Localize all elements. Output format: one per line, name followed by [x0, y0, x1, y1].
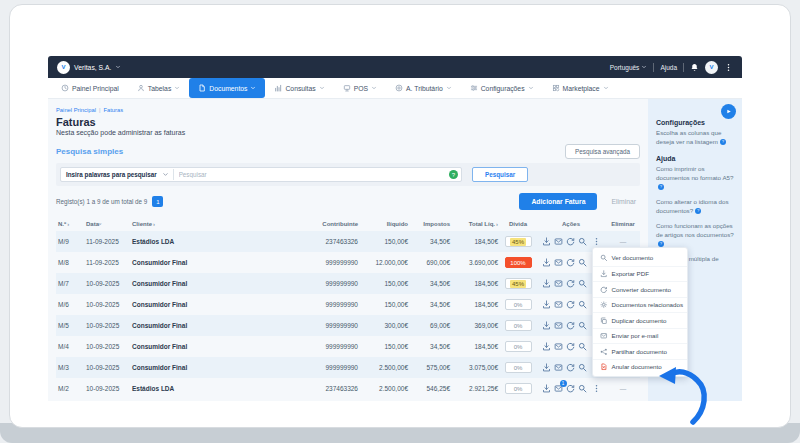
export-pdf-icon[interactable] — [542, 363, 551, 372]
delete-selected-button[interactable]: Eliminar — [611, 198, 636, 205]
convert-document-icon[interactable] — [566, 258, 575, 267]
pagination-page-1[interactable]: 1 — [152, 196, 163, 207]
header-num[interactable]: N.º› — [56, 221, 84, 227]
nav-item-pos[interactable]: POS — [334, 78, 386, 98]
nav-label: Configurações — [481, 85, 525, 92]
view-document-icon[interactable] — [578, 321, 587, 330]
view-document-icon[interactable] — [578, 237, 587, 246]
header-cliente[interactable]: Cliente› — [130, 221, 296, 227]
nav-item-a-tributario[interactable]: A. Tributário — [386, 78, 461, 98]
view-document-icon[interactable] — [578, 258, 587, 267]
view-document-icon[interactable] — [578, 279, 587, 288]
export-pdf-icon[interactable] — [542, 342, 551, 351]
convert-document-icon[interactable] — [566, 321, 575, 330]
menu-item-enviar-por-email[interactable]: Enviar por e-mail — [593, 328, 687, 344]
breadcrumb-painel-principal[interactable]: Painel Principal — [56, 107, 96, 113]
cell-number: M/8 — [56, 259, 84, 266]
info-icon[interactable]: ? — [658, 184, 664, 190]
menu-item-ver-documento[interactable]: Ver documento — [593, 250, 687, 266]
send-email-icon[interactable] — [554, 363, 563, 372]
row-kebab-menu-icon[interactable] — [592, 237, 601, 246]
info-icon[interactable]: ? — [695, 208, 701, 214]
search-input[interactable] — [174, 171, 449, 178]
header-total-liq[interactable]: Total Líq.› — [452, 221, 500, 227]
bell-icon[interactable] — [690, 63, 699, 72]
menu-item-documentos-relacionados[interactable]: Documentos relacionados — [593, 297, 687, 313]
export-pdf-icon[interactable] — [542, 300, 551, 309]
export-pdf-icon[interactable] — [542, 384, 551, 393]
convert-document-icon[interactable] — [566, 342, 575, 351]
send-email-icon[interactable] — [554, 279, 563, 288]
send-email-icon[interactable] — [554, 300, 563, 309]
convert-document-icon[interactable] — [566, 237, 575, 246]
chevron-down-icon — [446, 85, 452, 91]
sidebar-help-item-article-options[interactable]: Como funcionam as opções de artigos nos … — [656, 222, 734, 249]
invoice-row[interactable]: M/4 10-09-2025 Consumidor Final 99999999… — [56, 336, 640, 357]
cell-debt: 0% — [500, 362, 536, 373]
header-data[interactable]: Data› — [84, 221, 130, 227]
invoice-row[interactable]: M/3 10-09-2025 Consumidor Final 99999999… — [56, 357, 640, 378]
invoice-row[interactable]: M/5 10-09-2025 Consumidor Final 99999999… — [56, 315, 640, 336]
invoice-row[interactable]: M/2 10-09-2025 Estádios LDA 237463326 2.… — [56, 378, 640, 399]
search-help-icon[interactable]: ? — [449, 170, 458, 179]
company-switcher[interactable]: V Veritas, S.A. — [57, 61, 121, 74]
menu-item-partilhar-documento[interactable]: Partilhar documento — [593, 343, 687, 359]
view-document-icon[interactable] — [578, 363, 587, 372]
send-email-icon[interactable]: 1 — [554, 384, 563, 393]
convert-document-icon[interactable] — [566, 300, 575, 309]
sidebar-help-item-print-a5[interactable]: Como imprimir os documentos no formato A… — [656, 165, 734, 192]
export-pdf-icon[interactable] — [542, 279, 551, 288]
cell-vat-number: 999999990 — [296, 343, 360, 350]
invoice-row[interactable]: M/6 10-09-2025 Consumidor Final 99999999… — [56, 294, 640, 315]
info-icon[interactable]: ? — [720, 139, 726, 145]
sidebar-settings-item[interactable]: Escolha as colunas que deseja ver na lis… — [656, 129, 734, 147]
cell-date: 10-09-2025 — [84, 301, 130, 308]
convert-document-icon[interactable] — [566, 279, 575, 288]
view-document-icon[interactable] — [578, 384, 587, 393]
cell-client: Estádios LDA — [130, 385, 296, 392]
play-video-button[interactable] — [721, 104, 736, 119]
invoice-row[interactable]: M/9 11-09-2025 Estádios LDA 237463326 15… — [56, 231, 640, 252]
user-avatar[interactable]: V — [705, 61, 718, 74]
cell-debt: 0% — [500, 299, 536, 310]
company-name: Veritas, S.A. — [74, 64, 111, 71]
menu-item-converter-documento[interactable]: Converter documento — [593, 281, 687, 297]
nav-item-painel-principal[interactable]: Painel Principal — [52, 78, 128, 98]
menu-item-duplicar-documento[interactable]: Duplicar documento — [593, 312, 687, 328]
export-pdf-icon[interactable] — [542, 321, 551, 330]
send-email-icon[interactable] — [554, 258, 563, 267]
cell-net: 12.000,00€ — [360, 259, 410, 266]
send-email-icon[interactable] — [554, 321, 563, 330]
advanced-search-button[interactable]: Pesquisa avançada — [565, 144, 640, 159]
invoices-table: N.º› Data› Cliente› Contribuinte Ilíquid… — [56, 217, 640, 399]
help-link[interactable]: Ajuda — [660, 64, 677, 71]
convert-document-icon[interactable] — [566, 363, 575, 372]
row-kebab-menu-icon[interactable] — [592, 384, 601, 393]
convert-document-icon[interactable] — [566, 384, 575, 393]
add-invoice-button[interactable]: Adicionar Fatura — [519, 193, 597, 210]
export-pdf-icon[interactable] — [542, 258, 551, 267]
nav-item-consultas[interactable]: Consultas — [265, 78, 333, 98]
menu-item-anular-documento[interactable]: Anular documento — [593, 359, 687, 375]
search-button[interactable]: Pesquisar — [472, 167, 528, 182]
export-pdf-icon[interactable] — [542, 237, 551, 246]
divider — [653, 63, 654, 72]
breadcrumb-faturas[interactable]: Faturas — [103, 107, 123, 113]
nav-item-marketplace[interactable]: Marketplace — [543, 78, 618, 98]
view-document-icon[interactable] — [578, 300, 587, 309]
view-document-icon[interactable] — [578, 342, 587, 351]
send-email-icon[interactable] — [554, 342, 563, 351]
header-contribuinte: Contribuinte — [296, 221, 360, 227]
nav-item-configuracoes[interactable]: Configurações — [461, 78, 543, 98]
chevron-down-icon[interactable] — [162, 171, 169, 178]
header-acoes: Ações — [536, 221, 606, 227]
invoice-row[interactable]: M/8 11-09-2025 Consumidor Final 99999999… — [56, 252, 640, 273]
nav-item-tabelas[interactable]: Tabelas — [128, 78, 189, 98]
menu-item-exportar-pdf[interactable]: Exportar PDF — [593, 266, 687, 282]
nav-item-documentos[interactable]: Documentos — [189, 78, 265, 98]
kebab-menu-icon[interactable] — [724, 63, 733, 72]
send-email-icon[interactable] — [554, 237, 563, 246]
invoice-row[interactable]: M/7 10-09-2025 Consumidor Final 99999999… — [56, 273, 640, 294]
sidebar-help-item-language[interactable]: Como alterar o idioma dos documentos?? — [656, 198, 734, 216]
language-selector[interactable]: Português — [610, 64, 648, 71]
